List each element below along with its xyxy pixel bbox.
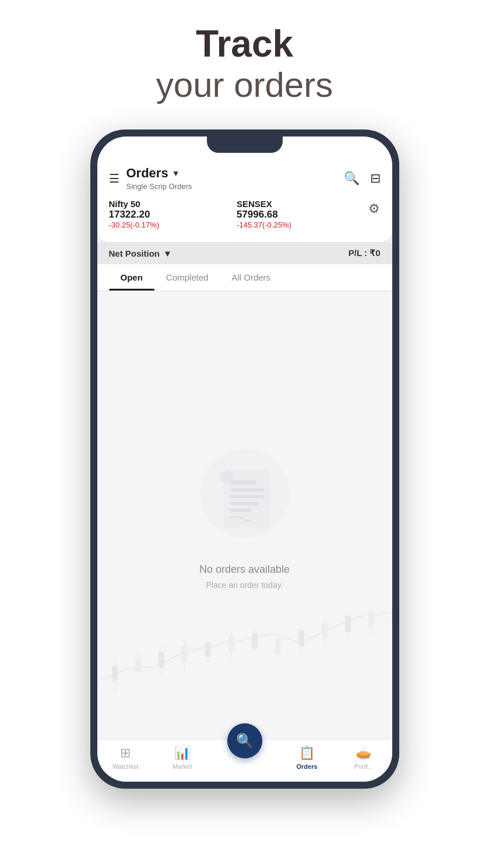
watchlist-label: Watchlist xyxy=(112,763,138,770)
nifty-name: Nifty 50 xyxy=(109,199,160,209)
svg-rect-3 xyxy=(230,488,264,491)
pl-label: P/L : ₹0 xyxy=(349,248,381,258)
sensex-item: SENSEX 57996.68 -145.37(-0.25%) xyxy=(237,199,291,229)
svg-rect-5 xyxy=(230,502,259,505)
svg-rect-17 xyxy=(205,643,211,657)
filter-icon[interactable]: ⊟ xyxy=(370,171,381,186)
empty-sub-message: Place an order today. xyxy=(206,580,283,590)
content-area: No orders available Place an order today… xyxy=(97,291,392,739)
svg-rect-9 xyxy=(112,666,118,681)
svg-rect-2 xyxy=(230,480,256,484)
svg-rect-4 xyxy=(230,495,264,498)
search-fab-icon: 🔍 xyxy=(236,733,254,749)
svg-rect-13 xyxy=(159,652,164,668)
sensex-value: 57996.68 xyxy=(237,209,291,220)
svg-rect-21 xyxy=(252,633,258,649)
nifty-value: 17322.20 xyxy=(109,209,160,220)
nav-watchlist[interactable]: ⊞ Watchlist xyxy=(97,746,154,770)
net-position-bar: Net Position ▼ P/L : ₹0 xyxy=(97,242,392,264)
orders-title-row[interactable]: Orders ▼ xyxy=(126,166,180,181)
nav-portfolio[interactable]: 🥧 Portf... xyxy=(335,746,392,770)
candlestick-chart-bg xyxy=(97,576,392,704)
top-bar-header: ☰ Orders ▼ Single Scrip Orders 🔍 ⊟ xyxy=(109,148,381,191)
tabs-bar: Open Completed All Orders xyxy=(97,264,392,291)
svg-rect-29 xyxy=(345,617,351,632)
hero-line2: your orders xyxy=(156,64,333,106)
svg-point-7 xyxy=(220,470,233,483)
orders-icon: 📋 xyxy=(299,746,315,761)
svg-rect-25 xyxy=(298,630,304,646)
svg-rect-19 xyxy=(228,637,234,652)
phone-notch xyxy=(207,136,283,153)
sensex-name: SENSEX xyxy=(237,199,291,209)
svg-rect-15 xyxy=(182,646,188,662)
nifty-item: Nifty 50 17322.20 -30.25(-0.17%) xyxy=(109,199,160,229)
phone-screen: ☰ Orders ▼ Single Scrip Orders 🔍 ⊟ xyxy=(97,136,392,782)
portfolio-label: Portf... xyxy=(354,763,373,770)
orders-title-group: Orders ▼ Single Scrip Orders xyxy=(126,166,344,191)
orders-title-text: Orders xyxy=(126,166,168,181)
watchlist-icon: ⊞ xyxy=(120,746,131,761)
gear-icon[interactable]: ⚙ xyxy=(368,201,380,216)
nav-orders[interactable]: 📋 Orders xyxy=(279,746,335,770)
header-icons: 🔍 ⊟ xyxy=(344,171,381,186)
market-icon: 📊 xyxy=(174,746,190,761)
single-scrip-label: Single Scrip Orders xyxy=(126,182,192,191)
phone-frame: ☰ Orders ▼ Single Scrip Orders 🔍 ⊟ xyxy=(90,130,399,789)
svg-rect-31 xyxy=(368,612,374,626)
svg-rect-27 xyxy=(322,624,328,639)
tab-all-orders[interactable]: All Orders xyxy=(220,264,282,290)
svg-rect-6 xyxy=(230,509,251,512)
net-position-label[interactable]: Net Position ▼ xyxy=(109,249,172,258)
hamburger-icon[interactable]: ☰ xyxy=(109,172,119,186)
orders-label: Orders xyxy=(297,763,318,770)
sensex-change: -145.37(-0.25%) xyxy=(237,220,291,229)
tab-open[interactable]: Open xyxy=(109,264,154,290)
market-label: Market xyxy=(173,763,192,770)
net-position-arrow: ▼ xyxy=(163,249,172,258)
empty-illustration xyxy=(192,441,297,546)
empty-message: No orders available xyxy=(199,564,290,576)
hero-section: Track your orders xyxy=(156,23,333,106)
tab-completed[interactable]: Completed xyxy=(154,264,220,290)
portfolio-icon: 🥧 xyxy=(356,746,371,761)
svg-rect-23 xyxy=(275,639,281,655)
svg-rect-11 xyxy=(135,657,141,672)
nifty-change: -30.25(-0.17%) xyxy=(109,220,160,229)
nav-market[interactable]: 📊 Market xyxy=(154,746,210,770)
orders-dropdown-arrow: ▼ xyxy=(172,169,180,178)
market-data: Nifty 50 17322.20 -30.25(-0.17%) SENSEX … xyxy=(109,195,381,233)
net-position-text: Net Position xyxy=(109,249,160,258)
search-fab[interactable]: 🔍 xyxy=(227,723,262,758)
svg-rect-33 xyxy=(392,608,392,623)
bottom-nav: 🔍 ⊞ Watchlist 📊 Market 📋 Orders 🥧 Portf.… xyxy=(97,739,392,782)
hero-line1: Track xyxy=(156,23,333,64)
search-icon[interactable]: 🔍 xyxy=(344,171,360,186)
